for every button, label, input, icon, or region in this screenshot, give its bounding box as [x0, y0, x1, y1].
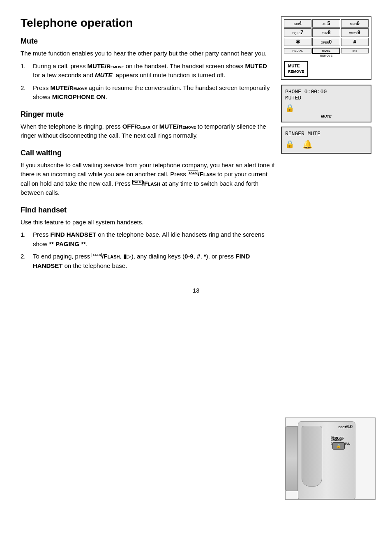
key-hash: #	[341, 38, 369, 46]
mute-step-2: Press MUTE/Remove again to resume the co…	[29, 83, 275, 102]
diagrams-column: GHI4 JKL5 MNO6 PQRS7 TUV8 WXYZ9 ✱ OPER0 …	[281, 16, 376, 154]
dect-label: DECT6.0	[339, 424, 353, 429]
ringer-mute-text: When the telephone is ringing, press OFF…	[21, 122, 275, 141]
call-waiting-section: Call waiting If you subscribe to call wa…	[21, 149, 275, 198]
ringer-lock-icon: 🔒	[285, 140, 294, 149]
base-station-image: DECT6.0 IN USE VOICEMAIL FIND HANDSET	[285, 418, 376, 500]
key-8: TUV8	[312, 28, 340, 37]
key-5: JKL5	[312, 19, 340, 28]
ringer-mute-section: Ringer mute When the telephone is ringin…	[21, 110, 275, 141]
mute-screen-label: MUTE	[285, 114, 367, 118]
mute-remove-button: MUTE REMOVE	[284, 61, 308, 77]
mute-step-1: During a call, press MUTE/Remove on the …	[29, 62, 275, 80]
find-handset-title: Find handset	[21, 206, 275, 215]
key-0: OPER0	[312, 38, 340, 46]
find-handset-intro: Use this feature to page all system hand…	[21, 218, 275, 227]
redial-key: REDIAL	[284, 48, 311, 53]
page-title: Telephone operation	[21, 16, 275, 30]
page-number: 13	[21, 287, 371, 294]
keypad-grid: GHI4 JKL5 MNO6 PQRS7 TUV8 WXYZ9 ✱ OPER0 …	[284, 19, 369, 46]
call-waiting-text: If you subscribe to call waiting service…	[21, 161, 275, 198]
base-station-diagram: DECT6.0 IN USE VOICEMAIL FIND HANDSET	[285, 418, 376, 500]
find-handset-step-1: Press FIND HANDSET on the telephone base…	[29, 230, 275, 249]
ringer-bell-icon: 🔔	[302, 139, 313, 150]
handset-cradle	[302, 426, 322, 487]
key-4: GHI4	[284, 19, 311, 28]
ringer-screen-line1: RINGER MUTE	[285, 131, 367, 137]
ringer-mute-title: Ringer mute	[21, 110, 275, 119]
content-area: Telephone operation Mute The mute functi…	[21, 16, 275, 270]
remove-label: REMOVE	[284, 54, 369, 57]
mute-title: Mute	[21, 37, 275, 46]
find-handset-button[interactable]: 🔒	[332, 442, 345, 450]
mute-key: MUTE	[312, 48, 341, 54]
base-indicators-area: IN USE VOICEMAIL FIND HANDSET 🔒	[331, 436, 350, 456]
int-key: INT	[341, 48, 369, 53]
key-7: PQRS7	[284, 28, 311, 37]
find-handset-label: FIND HANDSET	[331, 436, 347, 441]
find-handset-step-2: To end paging, press TALK/Flash, ▮▷), an…	[29, 252, 275, 270]
base-body: DECT6.0 IN USE VOICEMAIL FIND HANDSET	[298, 421, 355, 499]
ringer-icons-row: 🔒 🔔	[285, 139, 367, 150]
key-6: MNO6	[341, 19, 369, 28]
base-left-side	[286, 426, 298, 491]
key-star: ✱	[284, 38, 311, 46]
mute-intro: The mute function enables you to hear th…	[21, 49, 275, 58]
remove-label-2: REMOVE	[288, 69, 304, 74]
find-handset-section: Find handset Use this feature to page al…	[21, 206, 275, 271]
call-waiting-title: Call waiting	[21, 149, 275, 157]
key-9: WXYZ9	[341, 28, 369, 37]
mute-label: MUTE	[288, 63, 304, 69]
page: Telephone operation Mute The mute functi…	[0, 0, 392, 549]
mute-screen-display: PHONE 0:00:00 MUTED 🔒 MUTE	[281, 85, 371, 122]
keypad-diagram: GHI4 JKL5 MNO6 PQRS7 TUV8 WXYZ9 ✱ OPER0 …	[281, 16, 371, 80]
ringer-screen-display: RINGER MUTE 🔒 🔔	[281, 127, 371, 154]
mute-section: Mute The mute function enables you to he…	[21, 37, 275, 102]
find-handset-area: FIND HANDSET 🔒	[331, 436, 347, 450]
mute-screen-line2: MUTED	[285, 95, 367, 101]
mute-screen-line1: PHONE 0:00:00	[285, 89, 367, 95]
dect-version: 6.0	[346, 424, 353, 429]
find-handset-icon: 🔒	[336, 444, 341, 448]
mute-screen-icon: 🔒	[285, 104, 294, 113]
keypad-function-row: REDIAL MUTE INT	[284, 48, 369, 54]
